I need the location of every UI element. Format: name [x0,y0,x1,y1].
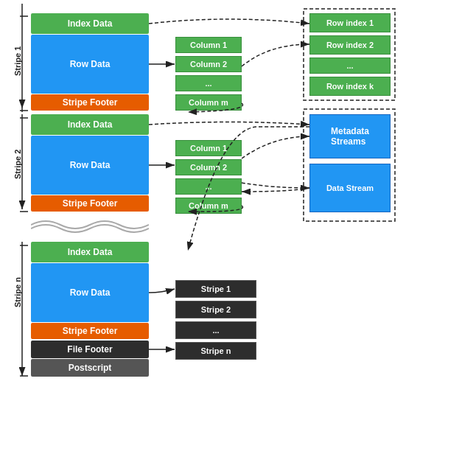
stripe2-index-data: Index Data [31,114,149,135]
stripe2-col1: Column 1 [175,140,242,156]
metadata-streams: Metadata Streams [309,114,391,158]
stripeN-row-data: Row Data [31,263,149,322]
stripe2-label: Stripe 2 [10,116,25,212]
stripe2-col2: Column 2 [175,159,242,175]
stripe1-col1: Column 1 [175,37,242,53]
stripe1-index-data: Index Data [31,13,149,34]
stripe1-row-data: Row Data [31,35,149,94]
stripeN-index-data: Index Data [31,242,149,262]
stripe-list-2: Stripe 2 [175,301,256,318]
row-index-1: Row index 1 [309,13,391,32]
data-stream: Data Stream [309,164,391,212]
stripeN-stripe-footer: Stripe Footer [31,323,149,339]
stripe-list-n: Stripe n [175,342,256,360]
file-footer: File Footer [31,341,149,358]
stripe1-label: Stripe 1 [10,13,25,109]
stripe2-stripe-footer: Stripe Footer [31,195,149,212]
stripe1-col-ellipsis: ... [175,75,242,91]
stripe-list-1: Stripe 1 [175,280,256,298]
stripe1-col2: Column 2 [175,56,242,72]
stripe2-colm: Column m [175,198,242,214]
stripe2-col-ellipsis: ... [175,178,242,195]
stripe1-stripe-footer: Stripe Footer [31,94,149,111]
row-index-ellipsis: ... [309,57,391,74]
stripe1-colm: Column m [175,94,242,111]
row-index-2: Row index 2 [309,35,391,55]
stripe2-row-data: Row Data [31,136,149,195]
wavy-separator [31,214,149,236]
row-index-k: Row index k [309,77,391,96]
diagram-container: Stripe 1 Index Data Row Data Stripe Foot… [0,0,476,471]
postscript: Postscript [31,359,149,377]
stripe-list-ellipsis: ... [175,321,256,339]
stripeN-label: Stripe n [10,245,25,341]
